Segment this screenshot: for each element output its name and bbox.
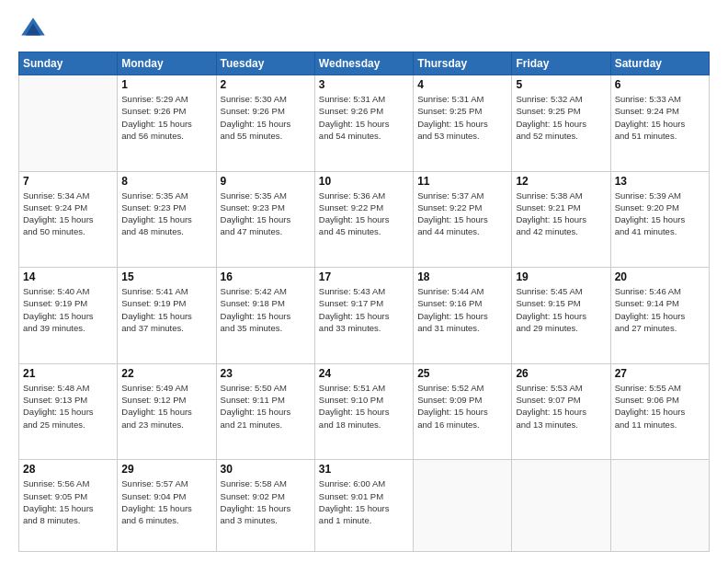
- day-number: 23: [221, 367, 311, 380]
- calendar-cell: 9Sunrise: 5:35 AM Sunset: 9:23 PM Daylig…: [216, 171, 314, 268]
- day-info: Sunrise: 5:57 AM Sunset: 9:04 PM Dayligh…: [121, 477, 211, 526]
- calendar-cell: [414, 460, 512, 552]
- calendar-cell: 31Sunrise: 6:00 AM Sunset: 9:01 PM Dayli…: [314, 460, 413, 552]
- calendar-cell: 18Sunrise: 5:44 AM Sunset: 9:16 PM Dayli…: [414, 268, 512, 364]
- calendar-cell: 23Sunrise: 5:50 AM Sunset: 9:11 PM Dayli…: [216, 363, 314, 460]
- day-info: Sunrise: 5:49 AM Sunset: 9:12 PM Dayligh…: [121, 382, 211, 431]
- calendar-cell: 26Sunrise: 5:53 AM Sunset: 9:07 PM Dayli…: [512, 363, 610, 460]
- day-number: 26: [516, 367, 606, 380]
- day-number: 6: [615, 78, 705, 91]
- day-info: Sunrise: 5:32 AM Sunset: 9:25 PM Dayligh…: [516, 93, 606, 142]
- day-info: Sunrise: 5:40 AM Sunset: 9:19 PM Dayligh…: [23, 285, 113, 334]
- calendar-cell: 21Sunrise: 5:48 AM Sunset: 9:13 PM Dayli…: [19, 363, 118, 460]
- day-info: Sunrise: 5:41 AM Sunset: 9:19 PM Dayligh…: [121, 285, 211, 334]
- calendar-cell: 28Sunrise: 5:56 AM Sunset: 9:05 PM Dayli…: [19, 460, 118, 552]
- calendar-cell: 24Sunrise: 5:51 AM Sunset: 9:10 PM Dayli…: [314, 363, 413, 460]
- calendar-cell: 14Sunrise: 5:40 AM Sunset: 9:19 PM Dayli…: [19, 268, 118, 364]
- day-number: 2: [221, 78, 311, 91]
- day-info: Sunrise: 5:30 AM Sunset: 9:26 PM Dayligh…: [221, 93, 311, 142]
- calendar-cell: 22Sunrise: 5:49 AM Sunset: 9:12 PM Dayli…: [118, 363, 216, 460]
- calendar-cell: 19Sunrise: 5:45 AM Sunset: 9:15 PM Dayli…: [512, 268, 610, 364]
- calendar-cell: 16Sunrise: 5:42 AM Sunset: 9:18 PM Dayli…: [216, 268, 314, 364]
- calendar-cell: 15Sunrise: 5:41 AM Sunset: 9:19 PM Dayli…: [118, 268, 216, 364]
- day-info: Sunrise: 5:51 AM Sunset: 9:10 PM Dayligh…: [319, 382, 409, 431]
- logo: [18, 15, 51, 44]
- day-info: Sunrise: 5:46 AM Sunset: 9:14 PM Dayligh…: [615, 285, 705, 334]
- day-info: Sunrise: 5:48 AM Sunset: 9:13 PM Dayligh…: [23, 382, 113, 431]
- day-info: Sunrise: 5:45 AM Sunset: 9:15 PM Dayligh…: [516, 285, 606, 334]
- day-info: Sunrise: 5:31 AM Sunset: 9:25 PM Dayligh…: [417, 93, 507, 142]
- day-info: Sunrise: 5:56 AM Sunset: 9:05 PM Dayligh…: [23, 477, 113, 526]
- day-number: 16: [221, 270, 311, 283]
- day-number: 14: [23, 270, 113, 283]
- calendar-header-saturday: Saturday: [610, 52, 709, 75]
- calendar-header-thursday: Thursday: [414, 52, 512, 75]
- calendar-cell: 8Sunrise: 5:35 AM Sunset: 9:23 PM Daylig…: [118, 171, 216, 268]
- calendar-week-row: 21Sunrise: 5:48 AM Sunset: 9:13 PM Dayli…: [19, 363, 710, 460]
- calendar-header-wednesday: Wednesday: [314, 52, 413, 75]
- day-info: Sunrise: 5:37 AM Sunset: 9:22 PM Dayligh…: [417, 190, 507, 238]
- calendar-cell: 29Sunrise: 5:57 AM Sunset: 9:04 PM Dayli…: [118, 460, 216, 552]
- day-number: 20: [615, 270, 705, 283]
- calendar-week-row: 1Sunrise: 5:29 AM Sunset: 9:26 PM Daylig…: [19, 75, 710, 172]
- day-number: 15: [121, 270, 211, 283]
- day-number: 27: [615, 367, 705, 380]
- calendar-cell: 11Sunrise: 5:37 AM Sunset: 9:22 PM Dayli…: [414, 171, 512, 268]
- day-info: Sunrise: 5:42 AM Sunset: 9:18 PM Dayligh…: [221, 285, 311, 334]
- calendar-cell: 6Sunrise: 5:33 AM Sunset: 9:24 PM Daylig…: [610, 75, 709, 172]
- day-number: 5: [516, 78, 606, 91]
- day-info: Sunrise: 5:38 AM Sunset: 9:21 PM Dayligh…: [516, 190, 606, 238]
- day-number: 9: [221, 175, 311, 188]
- calendar-cell: 30Sunrise: 5:58 AM Sunset: 9:02 PM Dayli…: [216, 460, 314, 552]
- day-info: Sunrise: 5:34 AM Sunset: 9:24 PM Dayligh…: [23, 190, 113, 238]
- day-number: 19: [516, 270, 606, 283]
- day-number: 8: [121, 175, 211, 188]
- calendar-week-row: 14Sunrise: 5:40 AM Sunset: 9:19 PM Dayli…: [19, 268, 710, 364]
- day-number: 28: [23, 463, 113, 476]
- calendar-table: SundayMondayTuesdayWednesdayThursdayFrid…: [18, 52, 710, 552]
- calendar-cell: 1Sunrise: 5:29 AM Sunset: 9:26 PM Daylig…: [118, 75, 216, 172]
- calendar-cell: 10Sunrise: 5:36 AM Sunset: 9:22 PM Dayli…: [314, 171, 413, 268]
- day-number: 29: [121, 463, 211, 476]
- day-info: Sunrise: 5:36 AM Sunset: 9:22 PM Dayligh…: [319, 190, 409, 238]
- header: [18, 15, 710, 44]
- day-info: Sunrise: 6:00 AM Sunset: 9:01 PM Dayligh…: [319, 477, 409, 526]
- day-info: Sunrise: 5:43 AM Sunset: 9:17 PM Dayligh…: [319, 285, 409, 334]
- day-number: 7: [23, 175, 113, 188]
- day-info: Sunrise: 5:33 AM Sunset: 9:24 PM Dayligh…: [615, 93, 705, 142]
- calendar-cell: [610, 460, 709, 552]
- page: SundayMondayTuesdayWednesdayThursdayFrid…: [0, 0, 728, 563]
- day-info: Sunrise: 5:35 AM Sunset: 9:23 PM Dayligh…: [221, 190, 311, 238]
- day-number: 10: [319, 175, 409, 188]
- day-number: 21: [23, 367, 113, 380]
- calendar-cell: 12Sunrise: 5:38 AM Sunset: 9:21 PM Dayli…: [512, 171, 610, 268]
- calendar-week-row: 7Sunrise: 5:34 AM Sunset: 9:24 PM Daylig…: [19, 171, 710, 268]
- calendar-cell: 25Sunrise: 5:52 AM Sunset: 9:09 PM Dayli…: [414, 363, 512, 460]
- calendar-cell: 2Sunrise: 5:30 AM Sunset: 9:26 PM Daylig…: [216, 75, 314, 172]
- day-info: Sunrise: 5:52 AM Sunset: 9:09 PM Dayligh…: [417, 382, 507, 431]
- day-number: 17: [319, 270, 409, 283]
- day-number: 12: [516, 175, 606, 188]
- day-number: 11: [417, 175, 507, 188]
- day-info: Sunrise: 5:44 AM Sunset: 9:16 PM Dayligh…: [417, 285, 507, 334]
- day-info: Sunrise: 5:29 AM Sunset: 9:26 PM Dayligh…: [121, 93, 211, 142]
- day-number: 13: [615, 175, 705, 188]
- day-number: 22: [121, 367, 211, 380]
- day-number: 30: [221, 463, 311, 476]
- day-info: Sunrise: 5:35 AM Sunset: 9:23 PM Dayligh…: [121, 190, 211, 238]
- day-number: 31: [319, 463, 409, 476]
- logo-icon: [18, 15, 48, 44]
- day-number: 4: [417, 78, 507, 91]
- calendar-cell: 5Sunrise: 5:32 AM Sunset: 9:25 PM Daylig…: [512, 75, 610, 172]
- calendar-header-sunday: Sunday: [19, 52, 118, 75]
- day-info: Sunrise: 5:50 AM Sunset: 9:11 PM Dayligh…: [221, 382, 311, 431]
- day-number: 25: [417, 367, 507, 380]
- calendar-cell: 13Sunrise: 5:39 AM Sunset: 9:20 PM Dayli…: [610, 171, 709, 268]
- day-info: Sunrise: 5:55 AM Sunset: 9:06 PM Dayligh…: [615, 382, 705, 431]
- calendar-cell: 20Sunrise: 5:46 AM Sunset: 9:14 PM Dayli…: [610, 268, 709, 364]
- day-info: Sunrise: 5:53 AM Sunset: 9:07 PM Dayligh…: [516, 382, 606, 431]
- calendar-cell: 4Sunrise: 5:31 AM Sunset: 9:25 PM Daylig…: [414, 75, 512, 172]
- calendar-header-tuesday: Tuesday: [216, 52, 314, 75]
- day-number: 24: [319, 367, 409, 380]
- day-info: Sunrise: 5:39 AM Sunset: 9:20 PM Dayligh…: [615, 190, 705, 238]
